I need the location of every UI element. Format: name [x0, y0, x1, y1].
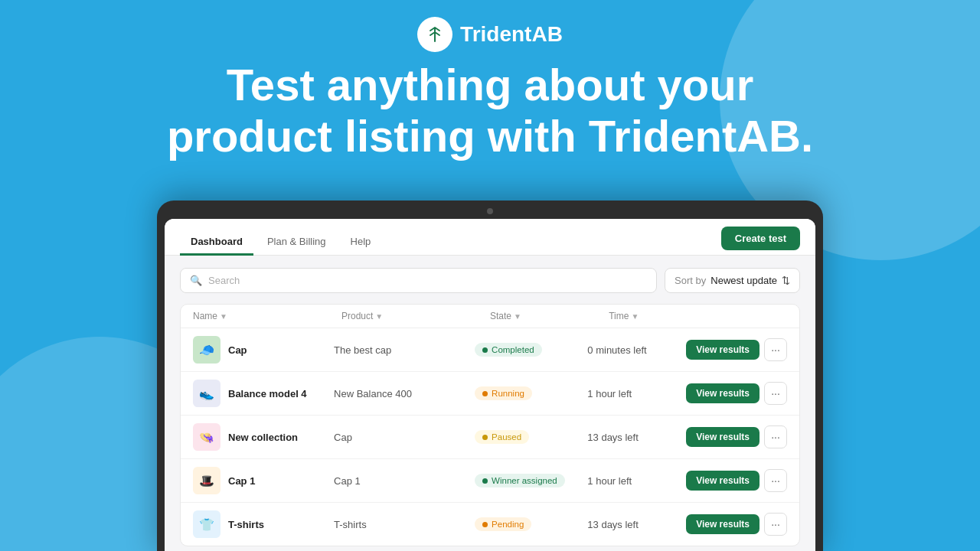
row-actions-balance: View results ··· [686, 382, 787, 405]
tab-help[interactable]: Help [340, 230, 382, 256]
row-product-collection: Cap [334, 432, 475, 443]
col-header-state: State ▼ [490, 311, 609, 321]
more-icon: ··· [771, 344, 780, 356]
content-area: 🔍 Search Sort by Newest update ⇅ Name [165, 256, 815, 551]
status-badge: Pending [475, 517, 531, 531]
col-header-time: Time ▼ [609, 311, 713, 321]
hero-title: Test anything about your product listing… [145, 60, 835, 161]
badge-dot [482, 391, 488, 396]
toolbar: 🔍 Search Sort by Newest update ⇅ [180, 268, 800, 293]
col-header-name: Name ▼ [193, 311, 341, 321]
product-sort-icon: ▼ [375, 312, 383, 321]
table-row: 🧢 Cap The best cap Completed 0 minutes l… [181, 328, 799, 372]
more-options-button[interactable]: ··· [764, 513, 787, 536]
search-icon: 🔍 [190, 275, 202, 286]
row-name-tshirts: 👕 T-shirts [193, 510, 334, 538]
table-row: 👒 New collection Cap Paused 13 days left [181, 416, 799, 459]
badge-dot [482, 478, 488, 484]
nav-bar: Dashboard Plan & Billing Help Create tes… [165, 219, 815, 256]
row-title: Cap [228, 344, 247, 356]
row-time-collection: 13 days left [587, 432, 686, 443]
more-icon: ··· [771, 431, 780, 443]
row-product-cap: The best cap [334, 344, 475, 356]
time-sort-icon: ▼ [631, 312, 639, 321]
state-sort-icon: ▼ [514, 312, 521, 321]
row-title: Balance model 4 [228, 388, 307, 399]
row-time-cap: 0 minutes left [587, 344, 686, 356]
col-header-actions [713, 311, 787, 321]
row-state-cap1: Winner assigned [475, 474, 587, 487]
tablet-screen: Dashboard Plan & Billing Help Create tes… [165, 219, 815, 551]
sort-label: Sort by [675, 275, 706, 286]
sort-value: Newest update [710, 275, 777, 286]
table-row: 🎩 Cap 1 Cap 1 Winner assigned 1 hour lef… [181, 459, 799, 503]
row-title: Cap 1 [228, 475, 255, 487]
sort-chevron-icon: ⇅ [782, 275, 790, 286]
row-name-cap1: 🎩 Cap 1 [193, 467, 334, 494]
view-results-button[interactable]: View results [686, 471, 760, 491]
status-badge: Paused [475, 430, 529, 444]
create-test-button[interactable]: Create test [721, 227, 800, 250]
tab-dashboard[interactable]: Dashboard [180, 230, 253, 256]
badge-dot [482, 435, 488, 440]
name-sort-icon: ▼ [220, 312, 227, 321]
more-options-button[interactable]: ··· [764, 425, 787, 448]
logo-container: TridentAB [417, 17, 563, 52]
row-product-cap1: Cap 1 [334, 475, 475, 487]
avatar: 👟 [193, 380, 220, 407]
logo-icon [417, 17, 452, 52]
search-input-placeholder: Search [208, 275, 240, 286]
more-icon: ··· [771, 387, 780, 399]
tablet-frame: Dashboard Plan & Billing Help Create tes… [157, 201, 823, 551]
badge-dot [482, 347, 488, 353]
row-name-balance: 👟 Balance model 4 [193, 380, 334, 407]
row-actions-cap: View results ··· [686, 338, 787, 361]
row-state-collection: Paused [475, 430, 587, 444]
search-box[interactable]: 🔍 Search [180, 268, 657, 293]
more-options-button[interactable]: ··· [764, 338, 787, 361]
results-table: Name ▼ Product ▼ State ▼ Time [180, 304, 800, 546]
view-results-button[interactable]: View results [686, 383, 760, 403]
row-title: T-shirts [228, 519, 264, 530]
tablet-camera [487, 208, 493, 214]
avatar: 🎩 [193, 467, 220, 494]
row-name-cap: 🧢 Cap [193, 336, 334, 364]
table-header: Name ▼ Product ▼ State ▼ Time [181, 305, 799, 328]
more-options-button[interactable]: ··· [764, 382, 787, 405]
more-icon: ··· [771, 474, 780, 487]
brand-name: TridentAB [460, 22, 563, 47]
more-icon: ··· [771, 518, 780, 530]
row-time-balance: 1 hour left [587, 388, 686, 399]
avatar: 👕 [193, 510, 220, 538]
status-badge: Winner assigned [475, 474, 565, 487]
table-row: 👕 T-shirts T-shirts Pending 13 days left [181, 503, 799, 546]
status-badge: Completed [475, 343, 542, 357]
avatar: 👒 [193, 423, 220, 451]
nav-tabs: Dashboard Plan & Billing Help [180, 230, 381, 255]
row-time-tshirts: 13 days left [587, 519, 686, 530]
row-actions-collection: View results ··· [686, 425, 787, 448]
col-header-product: Product ▼ [341, 311, 490, 321]
row-product-tshirts: T-shirts [334, 519, 475, 530]
row-product-balance: New Balance 400 [334, 388, 475, 399]
row-state-balance: Running [475, 386, 587, 400]
row-actions-tshirts: View results ··· [686, 513, 787, 536]
sort-dropdown[interactable]: Sort by Newest update ⇅ [665, 268, 800, 293]
row-time-cap1: 1 hour left [587, 475, 686, 487]
view-results-button[interactable]: View results [686, 514, 760, 534]
row-actions-cap1: View results ··· [686, 469, 787, 492]
tab-plan-billing[interactable]: Plan & Billing [256, 230, 337, 256]
more-options-button[interactable]: ··· [764, 469, 787, 492]
table-row: 👟 Balance model 4 New Balance 400 Runnin… [181, 372, 799, 416]
avatar: 🧢 [193, 336, 220, 364]
row-state-tshirts: Pending [475, 517, 587, 531]
row-name-collection: 👒 New collection [193, 423, 334, 451]
row-state-cap: Completed [475, 343, 587, 357]
header: TridentAB Test anything about your produ… [0, 0, 980, 161]
row-title: New collection [228, 432, 298, 443]
view-results-button[interactable]: View results [686, 427, 760, 447]
badge-dot [482, 522, 488, 527]
view-results-button[interactable]: View results [686, 340, 760, 360]
dashboard-mockup: Dashboard Plan & Billing Help Create tes… [157, 201, 823, 551]
status-badge: Running [475, 386, 532, 400]
